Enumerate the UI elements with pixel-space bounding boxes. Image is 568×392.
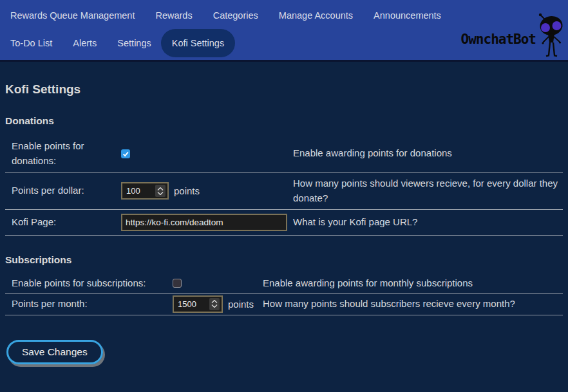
- checkmark-icon: [122, 150, 129, 158]
- number-stepper[interactable]: [155, 185, 166, 197]
- table-row-enable-donations: Enable points for donations: Enable awar…: [5, 135, 563, 173]
- points-per-dollar-input-wrapper: [121, 182, 169, 200]
- table-row-enable-subscriptions: Enable points for subscriptions: Enable …: [5, 274, 563, 294]
- robot-mascot-icon: [536, 13, 565, 59]
- donations-heading: Donations: [5, 115, 563, 127]
- nav-item-rewards-queue-management[interactable]: Rewards Queue Management: [10, 10, 135, 21]
- logo-text: OwnchatBot: [461, 32, 536, 47]
- points-unit-label: points: [174, 185, 200, 196]
- save-changes-button[interactable]: Save Changes: [6, 340, 103, 364]
- nav-item-kofi-settings[interactable]: Kofi Settings: [161, 29, 235, 57]
- enable-donations-label: Enable points for donations:: [5, 139, 121, 168]
- chevron-up-icon: [211, 300, 218, 303]
- nav-item-to-do-list[interactable]: To-Do List: [10, 38, 52, 48]
- enable-subscriptions-label: Enable points for subscriptions:: [5, 276, 173, 291]
- chevron-down-icon: [157, 192, 164, 195]
- kofi-page-url-input[interactable]: [121, 214, 287, 231]
- ownchatbot-logo: OwnchatBot: [446, 0, 568, 62]
- subscriptions-heading: Subscriptions: [5, 254, 563, 266]
- table-row-points-per-month: Points per month: points How many points…: [5, 294, 563, 315]
- chevron-up-icon: [157, 187, 164, 191]
- kofi-page-label: Kofi Page:: [5, 215, 121, 230]
- nav-item-announcements[interactable]: Announcements: [374, 10, 441, 21]
- main-content: Kofi Settings Donations Enable points fo…: [0, 82, 568, 364]
- points-per-dollar-input[interactable]: [126, 186, 155, 196]
- chevron-down-icon: [211, 304, 218, 308]
- points-per-month-label: Points per month:: [5, 297, 173, 312]
- points-per-dollar-label: Points per dollar:: [5, 183, 121, 198]
- enable-donations-description: Enable awarding points for donations: [293, 146, 563, 161]
- points-per-dollar-description: How many points should viewers recieve, …: [293, 176, 563, 205]
- kofi-page-description: What is your Kofi page URL?: [293, 215, 563, 230]
- points-unit-label: points: [228, 299, 254, 310]
- nav-item-settings[interactable]: Settings: [117, 38, 151, 48]
- points-per-month-input[interactable]: [178, 299, 209, 309]
- top-navbar: Rewards Queue Management Rewards Categor…: [0, 0, 568, 62]
- subscriptions-table: Enable points for subscriptions: Enable …: [5, 274, 563, 315]
- points-per-month-input-wrapper: [173, 295, 223, 313]
- donations-table: Enable points for donations: Enable awar…: [5, 135, 563, 236]
- points-per-month-description: How many points should subscribers recie…: [263, 297, 563, 312]
- nav-item-manage-accounts[interactable]: Manage Accounts: [279, 10, 353, 21]
- number-stepper[interactable]: [209, 298, 220, 310]
- nav-item-alerts[interactable]: Alerts: [73, 38, 97, 48]
- table-row-kofi-page: Kofi Page: What is your Kofi page URL?: [5, 210, 563, 236]
- enable-donations-checkbox[interactable]: [121, 149, 130, 158]
- page-title: Kofi Settings: [5, 82, 563, 97]
- table-row-points-per-dollar: Points per dollar: points How many point…: [5, 173, 563, 210]
- enable-subscriptions-checkbox[interactable]: [173, 279, 182, 288]
- nav-item-categories[interactable]: Categories: [213, 10, 258, 21]
- enable-subscriptions-description: Enable awarding points for monthly subsc…: [263, 276, 563, 291]
- nav-item-rewards[interactable]: Rewards: [155, 10, 192, 21]
